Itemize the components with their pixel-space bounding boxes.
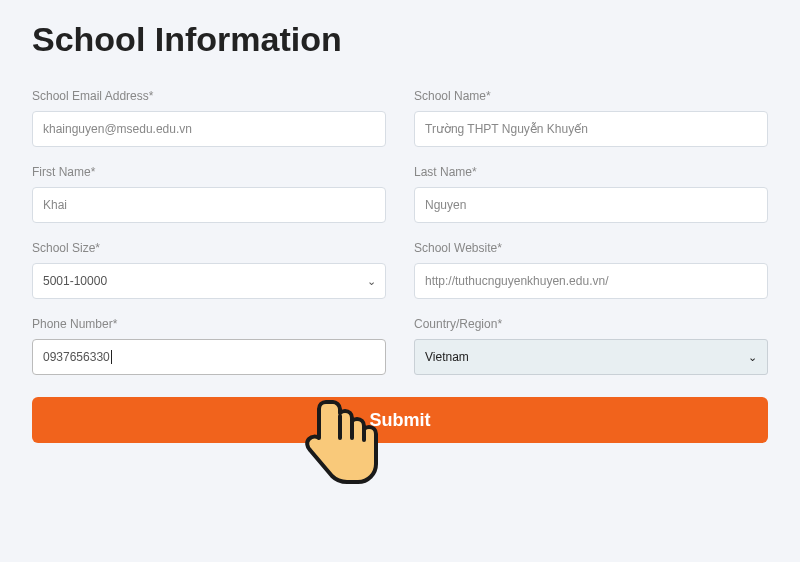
- input-first-name[interactable]: [32, 187, 386, 223]
- input-phone[interactable]: 0937656330: [32, 339, 386, 375]
- chevron-down-icon: ⌄: [748, 351, 757, 364]
- form-container: School Information School Email Address*…: [0, 0, 800, 443]
- select-country-value: Vietnam: [425, 350, 469, 364]
- label-first-name: First Name*: [32, 165, 386, 179]
- input-email[interactable]: [32, 111, 386, 147]
- input-phone-value: 0937656330: [43, 350, 110, 364]
- label-website: School Website*: [414, 241, 768, 255]
- field-phone: Phone Number* 0937656330: [32, 317, 386, 375]
- select-country[interactable]: Vietnam ⌄: [414, 339, 768, 375]
- field-website: School Website*: [414, 241, 768, 299]
- label-last-name: Last Name*: [414, 165, 768, 179]
- label-country: Country/Region*: [414, 317, 768, 331]
- field-country: Country/Region* Vietnam ⌄: [414, 317, 768, 375]
- label-school-size: School Size*: [32, 241, 386, 255]
- field-school-name: School Name*: [414, 89, 768, 147]
- field-email: School Email Address*: [32, 89, 386, 147]
- form-grid: School Email Address* School Name* First…: [32, 89, 768, 375]
- label-phone: Phone Number*: [32, 317, 386, 331]
- input-school-name[interactable]: [414, 111, 768, 147]
- field-first-name: First Name*: [32, 165, 386, 223]
- select-school-size[interactable]: ⌄: [32, 263, 386, 299]
- input-website[interactable]: [414, 263, 768, 299]
- submit-button[interactable]: Submit: [32, 397, 768, 443]
- field-school-size: School Size* ⌄: [32, 241, 386, 299]
- label-school-name: School Name*: [414, 89, 768, 103]
- select-school-size-value[interactable]: [32, 263, 386, 299]
- field-last-name: Last Name*: [414, 165, 768, 223]
- text-caret: [111, 350, 112, 364]
- label-email: School Email Address*: [32, 89, 386, 103]
- input-last-name[interactable]: [414, 187, 768, 223]
- page-title: School Information: [32, 20, 768, 59]
